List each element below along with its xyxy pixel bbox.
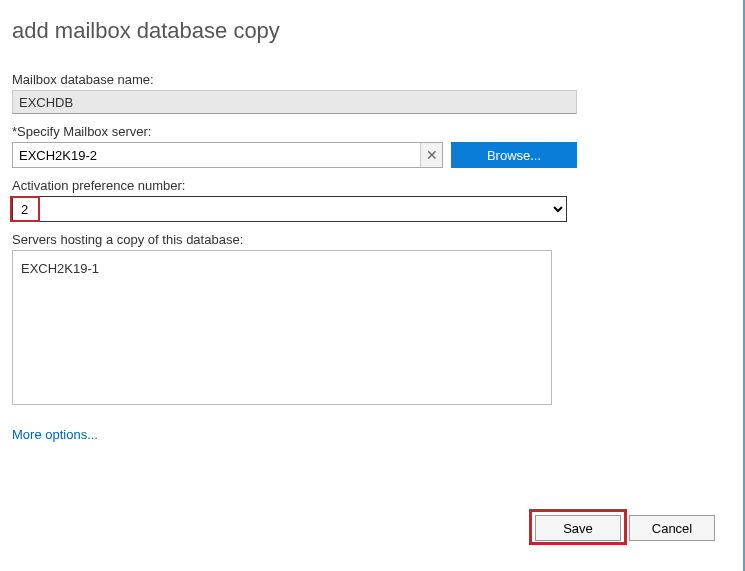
- save-button[interactable]: Save: [535, 515, 621, 541]
- browse-button[interactable]: Browse...: [451, 142, 577, 168]
- server-input[interactable]: [13, 143, 420, 167]
- clear-server-button[interactable]: ✕: [420, 143, 442, 167]
- more-options-link[interactable]: More options...: [12, 427, 98, 442]
- hosting-label: Servers hosting a copy of this database:: [12, 232, 731, 247]
- list-item: EXCH2K19-1: [21, 261, 543, 276]
- hosting-servers-list: EXCH2K19-1: [12, 250, 552, 405]
- close-icon: ✕: [426, 147, 438, 163]
- cancel-button[interactable]: Cancel: [629, 515, 715, 541]
- dialog-title: add mailbox database copy: [12, 18, 731, 44]
- pref-label: Activation preference number:: [12, 178, 731, 193]
- db-name-field: EXCHDB: [12, 90, 577, 114]
- db-name-label: Mailbox database name:: [12, 72, 731, 87]
- activation-preference-select[interactable]: 2: [12, 196, 567, 222]
- server-label: *Specify Mailbox server:: [12, 124, 731, 139]
- server-input-container: ✕: [12, 142, 443, 168]
